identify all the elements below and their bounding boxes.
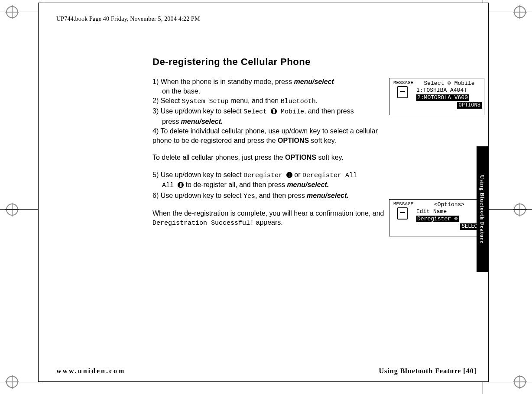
key-name: menu/select. <box>181 118 223 125</box>
paragraph: When the de-registration is complete, yo… <box>152 209 395 228</box>
text: 2) Select <box>152 97 182 104</box>
crop-line <box>483 382 483 394</box>
text: When the de-registration is complete, yo… <box>152 210 384 217</box>
step-6: 6) Use up/down key to select Yes, and th… <box>152 191 391 201</box>
text: to de-register all, and then press <box>184 181 287 188</box>
text: soft key. <box>309 137 336 144</box>
step-5: 5) Use up/down key to select Deregister … <box>152 170 391 191</box>
side-tab: Using Bluetooth Feature <box>477 146 488 272</box>
text: on the base. <box>152 87 391 96</box>
footer: www.uniden.com Using Bluetooth Feature [… <box>56 367 477 375</box>
section-heading: De-registering the Cellular Phone <box>152 56 391 68</box>
lcd-line-highlight: Deregister ⊛ <box>416 216 482 223</box>
lcd-line: 1:TOSHIBA A404T <box>416 87 482 94</box>
lcd-line: Select ⊛ Mobile <box>416 80 482 87</box>
text: soft key. <box>316 154 344 161</box>
message-icon <box>397 207 408 220</box>
registration-mark <box>514 6 526 18</box>
text: , and then press <box>255 192 307 199</box>
key-name: menu/select <box>294 78 334 85</box>
lcd-text: Select <box>243 108 271 116</box>
crop-line <box>0 209 38 210</box>
step-3: 3) Use up/down key to select Select Mobi… <box>152 107 391 126</box>
text: 1) When the phone is in standby mode, pr… <box>152 78 294 85</box>
lcd-text: Deregister <box>243 172 286 179</box>
main-content: De-registering the Cellular Phone 1) Whe… <box>152 56 391 236</box>
bluetooth-icon <box>286 172 292 178</box>
lcd-text: Mobile <box>277 108 304 116</box>
lcd-text: Deregister All <box>302 172 357 179</box>
crop-line <box>489 209 532 210</box>
step-2: 2) Select System Setup menu, and then Bl… <box>152 96 391 106</box>
footer-url: www.uniden.com <box>56 367 125 375</box>
text: 4) To delete individual cellular phone, … <box>152 127 378 144</box>
text: , and then press <box>304 107 354 115</box>
body-text: 1) When the phone is in standby mode, pr… <box>152 77 391 228</box>
crop-line <box>0 12 38 12</box>
running-header: UP744.book Page 40 Friday, November 5, 2… <box>56 16 200 23</box>
registration-mark <box>6 6 18 18</box>
key-name: menu/select. <box>287 181 329 188</box>
bluetooth-icon <box>178 182 184 188</box>
lcd-text: System Setup <box>182 98 229 105</box>
lcd-text: All <box>162 182 178 189</box>
softkey-name: OPTIONS <box>278 137 309 144</box>
message-icon <box>397 86 408 98</box>
text: 3) Use up/down key to select <box>152 107 243 115</box>
lcd-text: Yes <box>243 193 255 200</box>
step-1: 1) When the phone is in standby mode, pr… <box>152 77 391 96</box>
paragraph: To delete all cellular phones, just pres… <box>152 153 430 162</box>
text: appears. <box>254 219 283 226</box>
text: 6) Use up/down key to select <box>152 192 243 199</box>
text: . <box>316 97 318 104</box>
lcd-line: Edit Name <box>416 208 482 215</box>
footer-section: Using Bluetooth Feature [40] <box>379 367 477 375</box>
lcd-screenshot-select-mobile: MESSAGE Select ⊛ Mobile 1:TOSHIBA A404T … <box>389 78 484 115</box>
crop-line <box>0 382 38 382</box>
lcd-text: Deregistration Successful! <box>152 220 254 227</box>
text: To delete all cellular phones, just pres… <box>152 154 285 161</box>
key-name: menu/select. <box>307 192 349 199</box>
message-label: MESSAGE <box>393 201 413 207</box>
crop-line <box>489 382 532 382</box>
step-4: 4) To delete individual cellular phone, … <box>152 126 391 145</box>
lcd-softkey: OPTIONS <box>457 102 482 109</box>
lcd-text: Bluetooth <box>281 98 316 105</box>
lcd-screenshot-options: MESSAGE <Options> Edit Name Deregister ⊛… <box>389 199 484 236</box>
message-label: MESSAGE <box>393 80 413 86</box>
registration-mark <box>6 203 18 216</box>
text: press <box>162 118 181 125</box>
bluetooth-icon <box>271 108 277 114</box>
crop-line <box>44 382 44 394</box>
lcd-line: <Options> <box>416 201 482 208</box>
lcd-line-highlight: 2:MOTOROLA V600 <box>416 94 482 101</box>
text: or <box>292 171 302 178</box>
text: menu, and then <box>229 97 281 104</box>
text: 5) Use up/down key to select <box>152 171 243 178</box>
crop-line <box>489 12 532 12</box>
registration-mark <box>514 203 526 216</box>
softkey-name: OPTIONS <box>285 154 316 161</box>
